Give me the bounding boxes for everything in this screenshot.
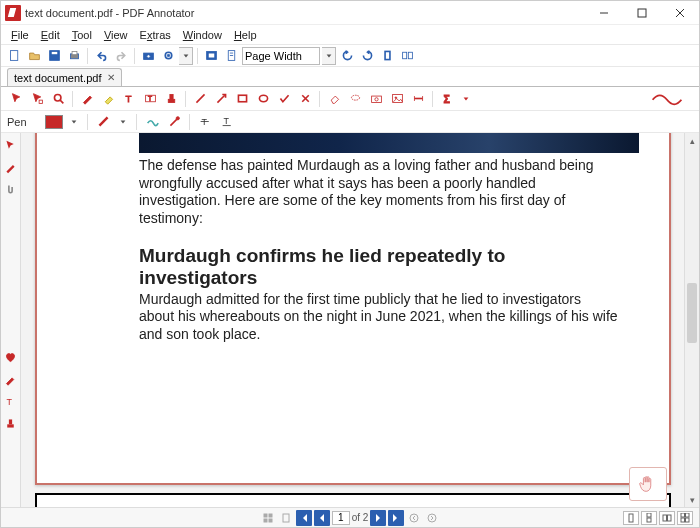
stamp-icon[interactable] — [162, 90, 180, 108]
svg-rect-1 — [638, 9, 646, 17]
menu-tool[interactable]: Tool — [66, 27, 98, 43]
sidebar-pen-icon[interactable] — [3, 159, 19, 175]
fit-width-icon[interactable] — [202, 47, 220, 65]
view-two-page-icon[interactable] — [659, 511, 675, 525]
next-page-button[interactable] — [370, 510, 386, 526]
select-icon[interactable] — [7, 90, 25, 108]
view-two-continuous-icon[interactable] — [677, 511, 693, 525]
save-icon[interactable] — [45, 47, 63, 65]
scroll-up-icon[interactable]: ▴ — [685, 133, 699, 148]
svg-rect-63 — [663, 515, 667, 521]
paragraph: The defense has painted Murdaugh as a lo… — [139, 157, 619, 227]
minimize-button[interactable] — [585, 2, 623, 24]
prev-page-button[interactable] — [314, 510, 330, 526]
rect-icon[interactable] — [233, 90, 251, 108]
sidebar-stamp-icon[interactable] — [3, 415, 19, 431]
menu-view[interactable]: View — [98, 27, 134, 43]
svg-point-59 — [428, 514, 436, 522]
pen-icon[interactable] — [78, 90, 96, 108]
page-number-input[interactable] — [332, 511, 350, 525]
first-page-button[interactable] — [296, 510, 312, 526]
bookmarks-icon[interactable] — [278, 510, 294, 526]
zoom-dropdown[interactable] — [322, 47, 336, 65]
pen-style-icon[interactable] — [143, 113, 161, 131]
strikethrough-icon[interactable]: T — [196, 113, 214, 131]
pen-color-dropdown[interactable] — [67, 113, 81, 131]
page-nav-icon[interactable] — [222, 47, 240, 65]
checkmark-icon[interactable] — [275, 90, 293, 108]
open-icon[interactable] — [25, 47, 43, 65]
sidebar-brush-icon[interactable] — [3, 371, 19, 387]
line-icon[interactable] — [191, 90, 209, 108]
svg-rect-61 — [647, 513, 651, 517]
select-text-icon[interactable] — [28, 90, 46, 108]
sidebar-text-icon[interactable]: T — [3, 393, 19, 409]
back-history-icon[interactable] — [406, 510, 422, 526]
maximize-button[interactable] — [623, 2, 661, 24]
view-single-icon[interactable] — [623, 511, 639, 525]
paragraph: Murdaugh admitted for the first time pub… — [139, 291, 619, 344]
menu-extras[interactable]: Extras — [134, 27, 177, 43]
svg-text:T: T — [148, 95, 152, 102]
ellipse-icon[interactable] — [254, 90, 272, 108]
snapshot-icon[interactable] — [139, 47, 157, 65]
new-doc-icon[interactable] — [5, 47, 23, 65]
image-tool-icon[interactable] — [388, 90, 406, 108]
svg-rect-55 — [264, 519, 267, 522]
measure-icon[interactable] — [409, 90, 427, 108]
gear-icon[interactable] — [159, 47, 177, 65]
document-viewport[interactable]: The defense has painted Murdaugh as a lo… — [21, 133, 699, 507]
layout-single-icon[interactable] — [378, 47, 396, 65]
sigma-icon[interactable]: Σ — [438, 90, 456, 108]
rotate-left-icon[interactable] — [338, 47, 356, 65]
sigma-dropdown[interactable] — [459, 90, 473, 108]
layout-two-icon[interactable] — [398, 47, 416, 65]
menu-edit[interactable]: Edit — [35, 27, 66, 43]
sidebar-cursor-icon[interactable] — [3, 137, 19, 153]
lasso-icon[interactable] — [346, 90, 364, 108]
menu-window[interactable]: Window — [177, 27, 228, 43]
toolbox-dropdown[interactable] — [179, 47, 193, 65]
menu-file[interactable]: File — [5, 27, 35, 43]
pen-width-dropdown[interactable] — [116, 113, 130, 131]
vertical-scrollbar[interactable]: ▴ ▾ — [684, 133, 699, 507]
arrow-icon[interactable] — [212, 90, 230, 108]
pen-pressure-icon[interactable] — [165, 113, 183, 131]
sidebar-clip-icon[interactable] — [3, 181, 19, 197]
svg-rect-52 — [9, 419, 12, 424]
cross-icon[interactable] — [296, 90, 314, 108]
document-tab[interactable]: text document.pdf ✕ — [7, 68, 122, 86]
separator — [189, 114, 190, 130]
eraser-icon[interactable] — [325, 90, 343, 108]
forward-history-icon[interactable] — [424, 510, 440, 526]
page-nav-cluster: of 2 — [260, 510, 441, 526]
camera-icon[interactable] — [367, 90, 385, 108]
last-page-button[interactable] — [388, 510, 404, 526]
text-tool-icon[interactable]: T — [120, 90, 138, 108]
zoom-tool-icon[interactable] — [49, 90, 67, 108]
view-continuous-icon[interactable] — [641, 511, 657, 525]
redo-icon[interactable] — [112, 47, 130, 65]
undo-icon[interactable] — [92, 47, 110, 65]
page-total-label: of 2 — [352, 512, 369, 523]
underline-icon[interactable]: T — [218, 113, 236, 131]
close-tab-icon[interactable]: ✕ — [107, 72, 115, 83]
scroll-thumb[interactable] — [687, 283, 697, 343]
zoom-select[interactable] — [242, 47, 320, 65]
close-button[interactable] — [661, 2, 699, 24]
svg-point-12 — [167, 54, 169, 56]
print-icon[interactable] — [65, 47, 83, 65]
marker-icon[interactable] — [99, 90, 117, 108]
scroll-down-icon[interactable]: ▾ — [685, 492, 699, 507]
svg-rect-27 — [168, 99, 175, 102]
pen-width-icon[interactable] — [94, 113, 112, 131]
sidebar-favorite-icon[interactable] — [3, 349, 19, 365]
svg-rect-51 — [7, 424, 14, 427]
thumbnails-icon[interactable] — [260, 510, 276, 526]
pen-properties-toolbar: Pen T T — [1, 111, 699, 133]
pan-hand-button[interactable] — [629, 467, 667, 501]
textbox-icon[interactable]: T — [141, 90, 159, 108]
menu-help[interactable]: Help — [228, 27, 263, 43]
rotate-right-icon[interactable] — [358, 47, 376, 65]
pen-color-chip[interactable] — [45, 115, 63, 129]
